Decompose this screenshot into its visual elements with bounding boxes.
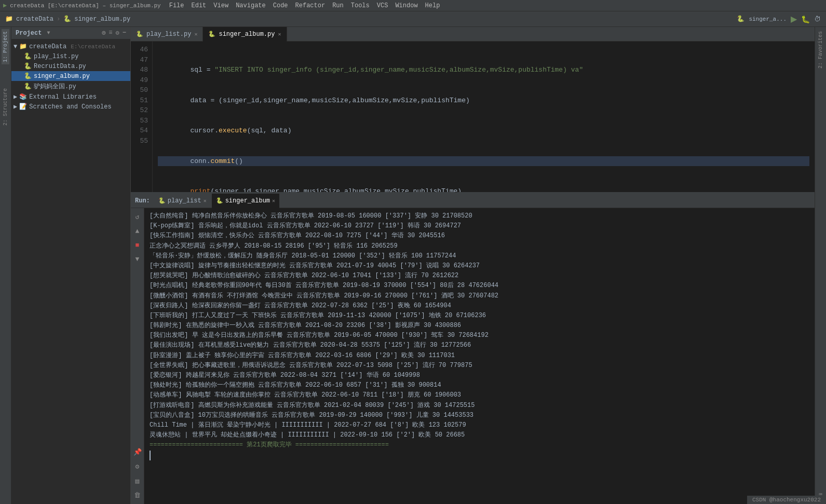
project-header: Project ▼ ⊙ ≡ ⚙ − <box>11 27 130 39</box>
menu-view[interactable]: View <box>210 1 232 10</box>
debug-button[interactable]: 🐛 <box>801 15 810 23</box>
menu-navigate[interactable]: Navigate <box>233 1 269 10</box>
menu-edit[interactable]: Edit <box>188 1 210 10</box>
breadcrumb-createdata[interactable]: createData <box>16 16 53 23</box>
run-tab-singeralbum[interactable]: 🐍 singer_album ✕ <box>212 194 279 208</box>
menu-code[interactable]: Code <box>270 1 291 10</box>
external-libs-label: External Libraries <box>29 93 97 101</box>
tab-py-icon2: 🐍 <box>208 31 215 37</box>
tab-singeralbum-label: singer_album.py <box>219 31 275 38</box>
output-line-9: [深夜归路人] 给深夜回家的你留一盏灯 云音乐官方歌单 2022-07-28 6… <box>150 301 809 311</box>
run-panel: Run: 🐍 play_list ✕ 🐍 singer_album ✕ ↺ ▲ <box>131 192 815 504</box>
lib-icon: 📚 <box>19 93 27 101</box>
breadcrumb-sep: › <box>57 16 60 23</box>
py-icon: 🐍 <box>24 52 32 60</box>
code-line-48: cursor.execute(sql, data) <box>158 126 809 136</box>
output-line-5: [中文旋律说唱] 旋律与节奏撞出轻松惬意的时光 云音乐官方歌单 2021-07-… <box>150 261 809 271</box>
file-label-singeralbum: singer_album.py <box>34 73 90 80</box>
project-title: Project <box>16 30 42 37</box>
tree-item-lvmama[interactable]: 🐍 驴妈妈全国.py <box>11 81 130 92</box>
sidebar-item-project[interactable]: 1: Project <box>2 29 9 64</box>
tab-py-icon: 🐍 <box>136 31 143 37</box>
tab-playlist[interactable]: 🐍 play_list.py ✕ <box>131 27 203 42</box>
menu-help[interactable]: Help <box>422 1 443 10</box>
tab-playlist-close[interactable]: ✕ <box>194 31 197 37</box>
run-tab-playlist[interactable]: 🐍 play_list ✕ <box>154 194 211 208</box>
menu-tools[interactable]: Tools <box>348 1 373 10</box>
file-label-playlist: play_list.py <box>34 53 78 60</box>
menu-vcs[interactable]: VCS <box>374 1 391 10</box>
output-line-13: [最佳演出现场] 在耳机里感受live的魅力 云音乐官方歌单 2020-04-2… <box>150 340 809 350</box>
favorites-strip: 2: Favorites ⌨ <box>815 27 826 504</box>
tab-singeralbum-close[interactable]: ✕ <box>278 31 281 37</box>
run-tab-singeralbum-close[interactable]: ✕ <box>272 198 275 204</box>
dropdown-icon[interactable]: ▼ <box>47 30 50 36</box>
app-icon: ▶ <box>3 2 7 9</box>
code-line-47: data = (singer_id,singer_name,musicSize,… <box>158 96 809 106</box>
tree-root-folder[interactable]: ▼ 📁 createData E:\createData <box>11 42 130 51</box>
run-py-icon2: 🐍 <box>216 197 223 204</box>
left-strip: 1: Project 2: Structure <box>0 27 11 504</box>
code-line-49: conn.commit() <box>158 156 809 167</box>
tree-item-recruitdata[interactable]: 🐍 RecruitData.py <box>11 61 130 71</box>
chevron-right-icon2: ▶ <box>13 103 17 111</box>
scroll-up-button[interactable]: ▲ <box>134 226 141 237</box>
run-tab-playlist-close[interactable]: ✕ <box>204 198 207 204</box>
chevron-down-icon: ▼ <box>13 43 17 50</box>
py-icon: 🐍 <box>24 83 32 90</box>
tree-item-scratches[interactable]: ▶ 📝 Scratches and Consoles <box>11 102 130 112</box>
output-line-20: [宝贝的八音盒] 10万宝贝选择的哄睡音乐 云音乐官方歌单 2019-09-29… <box>150 411 809 420</box>
tree-item-playlist[interactable]: 🐍 play_list.py <box>11 51 130 61</box>
menu-run[interactable]: Run <box>329 1 347 10</box>
run-content: [大自然纯音] 纯净自然音乐伴你放松身心 云音乐官方歌单 2019-08-05 … <box>144 208 815 504</box>
menu-refactor[interactable]: Refactor <box>292 1 329 10</box>
code-lines: sql = "INSERT INTO singer_info (singer_i… <box>153 42 815 192</box>
output-line-12: [我们出发吧] 早 这是今日出发路上的音乐早餐 云音乐官方歌单 2019-06-… <box>150 331 809 340</box>
output-line-1: [K-pop练舞室] 音乐响起，你就是idol 云音乐官方歌单 2022-06-… <box>150 221 809 231</box>
tree-item-singeralbum[interactable]: 🐍 singer_album.py <box>11 71 130 81</box>
scratches-icon: 📝 <box>19 103 27 111</box>
stop-button[interactable]: ■ <box>134 240 141 251</box>
run-area-wrapper: ↺ ▲ ■ ▼ 📌 ⚙ ▤ 🗑 [大自然纯音] 纯净自然音乐伴你放松身心 云音乐… <box>131 208 815 504</box>
tab-singeralbum[interactable]: 🐍 singer_album.py ✕ <box>203 27 287 42</box>
locate-icon[interactable]: ⊙ <box>102 29 105 37</box>
code-line-46: sql = "INSERT INTO singer_info (singer_i… <box>158 65 809 75</box>
run-button[interactable]: ▶ <box>791 14 797 24</box>
output-line-8: [微醺小酒馆] 有酒有音乐 不打烊酒馆 今晚营业中 云音乐官方歌单 2019-0… <box>150 291 809 301</box>
sidebar-item-structure[interactable]: 2: Structure <box>2 86 9 128</box>
close-panel-icon[interactable]: − <box>123 29 126 37</box>
tree-item-external-libs[interactable]: ▶ 📚 External Libraries <box>11 92 130 102</box>
menu-window[interactable]: Window <box>392 1 421 10</box>
clear-button[interactable]: 🗑 <box>132 490 142 501</box>
code-content: 46 47 48 49 50 51 52 53 54 55 sql = "INS… <box>131 42 815 192</box>
title-bar: 📁 createData › 🐍 singer_album.py 🐍 singe… <box>0 11 826 27</box>
output-line-14: [卧室漫游] 盖上被子 独享你心里的宇宙 云音乐官方歌单 2022-03-16 … <box>150 351 809 361</box>
menu-file[interactable]: File <box>166 1 187 10</box>
collapse-icon[interactable]: ≡ <box>109 29 112 37</box>
status-text: CSDN @haochengxu2022 <box>752 497 821 503</box>
code-editor[interactable]: 46 47 48 49 50 51 52 53 54 55 sql = "INS… <box>131 42 815 192</box>
run-py-icon: 🐍 <box>158 197 166 204</box>
settings-run-button[interactable]: ⚙ <box>134 461 141 472</box>
output-line-18: [动感单车] 风驰电掣 车轮的速度由你掌控 云音乐官方歌单 2022-06-10… <box>150 390 809 400</box>
output-line-16: [爱恋银河] 跨越星河来见你 云音乐官方歌单 2022-08-04 3271 [… <box>150 371 809 380</box>
py-icon: 🐍 <box>24 62 32 70</box>
scratches-label: Scratches and Consoles <box>29 103 111 111</box>
output-line-3: 正念净心之冥想调适 云乡寻梦人 2018-08-15 28196 ['95'] … <box>150 241 809 251</box>
scroll-down-button[interactable]: ▼ <box>134 254 141 265</box>
run-tabs: Run: 🐍 play_list ✕ 🐍 singer_album ✕ <box>131 194 815 208</box>
pin-button[interactable]: 📌 <box>132 446 143 458</box>
output-line-0: [大自然纯音] 纯净自然音乐伴你放松身心 云音乐官方歌单 2019-08-05 … <box>150 211 809 221</box>
output-line-6: [想哭就哭吧] 用心酸情歌治愈破碎的心 云音乐官方歌单 2022-06-10 1… <box>150 271 809 281</box>
profile-button[interactable]: ⏱ <box>814 15 821 23</box>
run-label: Run: <box>135 197 150 205</box>
output-line-23: ========================= 第21页爬取完毕 =====… <box>150 440 809 450</box>
rerun-button[interactable]: ↺ <box>134 211 141 223</box>
file-label-recruit: RecruitData.py <box>34 63 86 70</box>
output-line-2: [快乐工作指南] 烦恼清空，快乐办公 云音乐官方歌单 2022-08-10 72… <box>150 231 809 241</box>
breadcrumb-file[interactable]: singer_album.py <box>74 16 130 23</box>
tabs-bar: 🐍 play_list.py ✕ 🐍 singer_album.py ✕ <box>131 27 815 42</box>
filter-button[interactable]: ▤ <box>134 475 141 487</box>
settings-icon[interactable]: ⚙ <box>116 29 119 37</box>
favorites-item[interactable]: 2: Favorites <box>817 29 824 71</box>
